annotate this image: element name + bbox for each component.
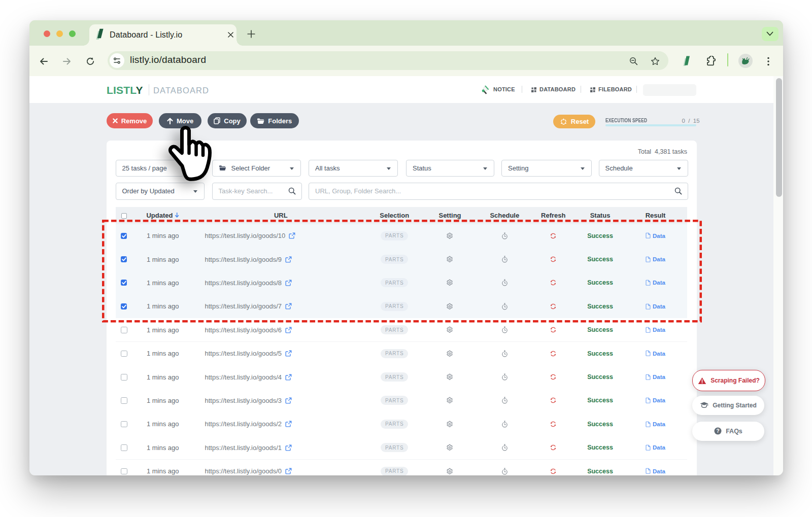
svg-text:?: ? [717,428,720,434]
